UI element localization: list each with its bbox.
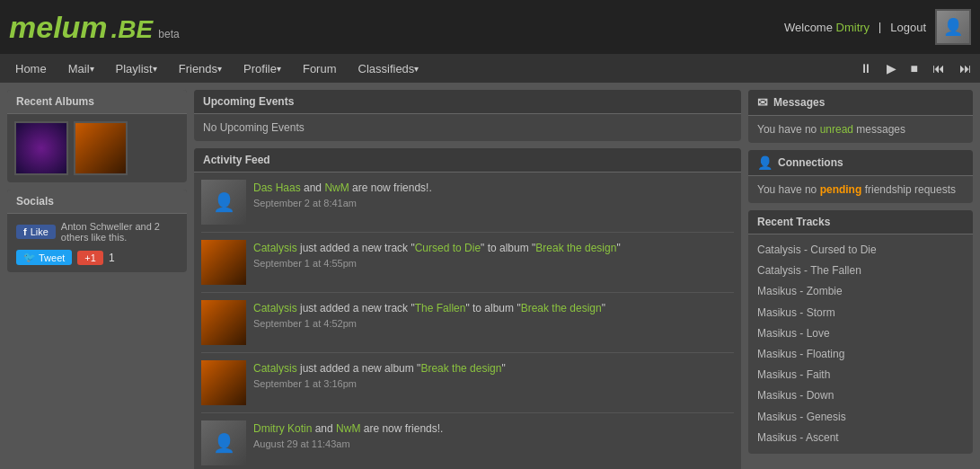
track-link[interactable]: Masikus - Genesis xyxy=(757,411,846,423)
activity-user1-link[interactable]: Catalysis xyxy=(253,242,297,254)
track-link[interactable]: Masikus - Storm xyxy=(757,306,835,319)
recent-albums-header: Recent Albums xyxy=(7,90,187,114)
activity-track-link[interactable]: Cursed to Die xyxy=(415,242,481,254)
activity-user1-link[interactable]: Catalysis xyxy=(253,302,297,314)
envelope-icon: ✉ xyxy=(757,95,768,110)
activity-content: Catalysis just added a new track "The Fa… xyxy=(253,300,734,345)
tweet-icon: 🐦 xyxy=(23,252,36,263)
activity-album-link[interactable]: Break the design xyxy=(521,302,602,314)
activity-user1-link[interactable]: Das Haas xyxy=(253,181,301,194)
track-link[interactable]: Masikus - Love xyxy=(757,327,830,340)
play-button[interactable]: ▶ xyxy=(883,59,900,77)
prev-button[interactable]: ⏮ xyxy=(929,59,949,77)
activity-user1-link[interactable]: Catalysis xyxy=(253,362,297,375)
person-icon: 👤 xyxy=(757,155,773,170)
unread-link[interactable]: unread xyxy=(820,123,853,136)
activity-action: are now friends!. xyxy=(349,181,432,194)
pending-label: pending xyxy=(820,183,862,196)
upcoming-empty-text: No Upcoming Events xyxy=(203,121,305,134)
gplus-count: 1 xyxy=(109,252,115,264)
activity-avatar: 👤 xyxy=(201,180,246,225)
nav-mail[interactable]: Mail xyxy=(57,54,105,83)
upcoming-body: No Upcoming Events xyxy=(194,114,741,141)
connections-title: Connections xyxy=(778,156,843,169)
activity-text: Catalysis just added a new track "The Fa… xyxy=(253,300,734,316)
activity-album-link[interactable]: Break the design xyxy=(535,242,616,254)
track-link[interactable]: Masikus - Faith xyxy=(757,368,830,381)
track-item: Catalysis - Cursed to Die xyxy=(757,240,964,261)
messages-body: You have no unread messages xyxy=(748,116,973,143)
logo[interactable]: melum.BEbeta xyxy=(9,10,180,45)
welcome-prefix: Welcome xyxy=(784,21,833,34)
album-thumb-1[interactable] xyxy=(14,121,68,175)
activity-action-mid: to album xyxy=(470,302,517,314)
username-link[interactable]: Dmitry xyxy=(836,21,870,34)
track-item: Catalysis - The Fallen xyxy=(757,261,964,281)
activity-avatar: 👤 xyxy=(201,420,246,465)
logo-beta-label: beta xyxy=(158,28,179,40)
pause-button[interactable]: ⏸ xyxy=(856,59,876,77)
activity-action-prefix: just added a new track xyxy=(297,302,411,314)
nav-forum[interactable]: Forum xyxy=(292,54,348,83)
connections-text: You have no xyxy=(757,183,820,196)
facebook-icon: f xyxy=(23,226,27,237)
track-item: Masikus - Floating xyxy=(757,344,964,365)
activity-content: Dmitry Kotin and NwM are now friends!. A… xyxy=(253,420,734,465)
nav-classifieds[interactable]: Classifieds xyxy=(348,54,430,83)
stop-button[interactable]: ■ xyxy=(907,59,922,77)
connections-suffix: friendship requests xyxy=(861,183,956,196)
track-link[interactable]: Masikus - Floating xyxy=(757,348,844,360)
activity-user2-link[interactable]: NwM xyxy=(336,422,360,435)
activity-action-mid: to album xyxy=(484,242,532,254)
messages-panel: ✉ Messages You have no unread messages xyxy=(748,90,973,143)
activity-feed-body: 👤 Das Haas and NwM are now friends!. Sep… xyxy=(194,173,741,469)
facebook-like-button[interactable]: f Like xyxy=(16,225,56,239)
track-item: Masikus - Storm xyxy=(757,303,964,323)
player-controls: ⏸ ▶ ■ ⏮ ⏭ xyxy=(856,59,976,77)
nav-playlist[interactable]: Playlist xyxy=(105,54,168,83)
track-link[interactable]: Catalysis - Cursed to Die xyxy=(757,243,877,256)
activity-time: August 29 at 11:43am xyxy=(253,438,734,449)
connections-body: You have no pending friendship requests xyxy=(748,176,973,203)
nav-profile[interactable]: Profile xyxy=(233,54,292,83)
track-link[interactable]: Masikus - Down xyxy=(757,389,834,402)
activity-item: Catalysis just added a new album "Break … xyxy=(201,353,734,413)
activity-feed-panel: Activity Feed 👤 Das Haas and NwM are now… xyxy=(194,148,741,469)
activity-avatar xyxy=(201,360,246,405)
track-link[interactable]: Catalysis - The Fallen xyxy=(757,264,861,277)
nav-friends[interactable]: Friends xyxy=(168,54,233,83)
activity-content: Catalysis just added a new track "Cursed… xyxy=(253,240,734,285)
album-thumb-2[interactable] xyxy=(74,121,128,175)
welcome-text: Welcome Dmitry xyxy=(784,21,870,34)
activity-action-prefix: just added a new album xyxy=(297,362,417,375)
socials-panel: Socials f Like Anton Schweller and 2 oth… xyxy=(7,190,187,272)
activity-item: 👤 Dmitry Kotin and NwM are now friends!.… xyxy=(201,413,734,469)
logout-link[interactable]: Logout xyxy=(890,21,926,34)
track-item: Masikus - Ascent xyxy=(757,428,964,448)
right-column: ✉ Messages You have no unread messages 👤… xyxy=(748,90,973,469)
activity-text: Catalysis just added a new track "Cursed… xyxy=(253,240,734,256)
messages-suffix: messages xyxy=(853,123,905,136)
activity-content: Catalysis just added a new album "Break … xyxy=(253,360,734,405)
upcoming-header: Upcoming Events xyxy=(194,90,741,114)
next-button[interactable]: ⏭ xyxy=(956,59,976,77)
activity-user2-link[interactable]: NwM xyxy=(324,181,349,194)
messages-header: ✉ Messages xyxy=(748,90,973,116)
gplus-button[interactable]: +1 xyxy=(77,251,103,265)
like-label: Like xyxy=(31,226,49,237)
activity-feed-header: Activity Feed xyxy=(194,148,741,173)
activity-album-link[interactable]: Break the design xyxy=(420,362,501,375)
socials-header: Socials xyxy=(7,190,187,214)
tweet-button[interactable]: 🐦 Tweet xyxy=(16,250,72,265)
navigation: Home Mail Playlist Friends Profile Forum… xyxy=(0,54,980,83)
avatar[interactable]: 👤 xyxy=(935,9,971,45)
activity-user1-link[interactable]: Dmitry Kotin xyxy=(253,422,312,435)
nav-home[interactable]: Home xyxy=(4,54,57,83)
track-item: Masikus - Faith xyxy=(757,365,964,385)
recent-albums-panel: Recent Albums xyxy=(7,90,187,182)
logo-main-text: melum xyxy=(9,10,108,45)
track-link[interactable]: Masikus - Zombie xyxy=(757,285,843,297)
tweet-label: Tweet xyxy=(39,252,65,263)
activity-track-link[interactable]: The Fallen xyxy=(415,302,466,314)
track-link[interactable]: Masikus - Ascent xyxy=(757,431,839,444)
